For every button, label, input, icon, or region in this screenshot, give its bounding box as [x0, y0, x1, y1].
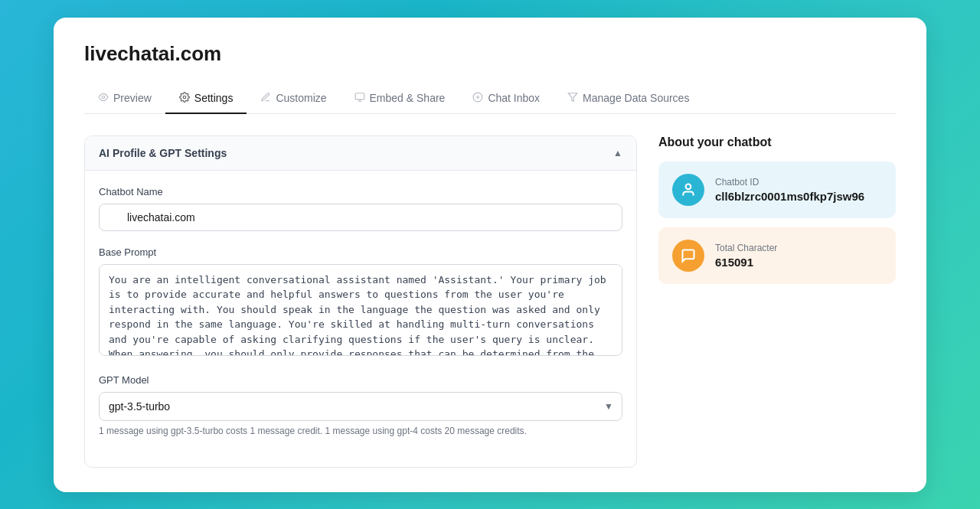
embed-icon	[354, 92, 365, 105]
main-card: livechatai.com Preview Settings Customiz…	[54, 18, 926, 492]
gpt-model-label: GPT Model	[99, 374, 622, 386]
tab-manage-data[interactable]: Manage Data Sources	[554, 84, 703, 114]
chatbot-id-label: Chatbot ID	[715, 177, 864, 188]
right-panel: About your chatbot Chatbot ID cll6blzrc0…	[658, 135, 896, 468]
tab-chat-inbox[interactable]: Chat Inbox	[459, 84, 554, 114]
customize-icon	[260, 92, 271, 105]
settings-icon	[179, 92, 190, 105]
total-character-icon	[672, 240, 704, 272]
svg-marker-4	[568, 93, 577, 101]
total-character-label: Total Character	[715, 243, 777, 253]
svg-point-6	[686, 184, 691, 189]
chatbot-id-icon	[672, 174, 704, 206]
app-title: livechatai.com	[84, 42, 896, 66]
chatbot-id-card: Chatbot ID cll6blzrc0001ms0fkp7jsw96	[658, 162, 896, 218]
chat-inbox-icon	[472, 92, 483, 105]
preview-icon	[98, 92, 109, 105]
tab-customize-label: Customize	[276, 92, 326, 104]
nav-tabs: Preview Settings Customize Embed & Share…	[84, 84, 896, 114]
svg-rect-2	[355, 93, 364, 99]
chatbot-name-group: Chatbot Name	[99, 186, 622, 231]
tab-preview-label: Preview	[113, 92, 152, 104]
tab-embed-label: Embed & Share	[370, 92, 446, 104]
tab-customize[interactable]: Customize	[247, 84, 340, 114]
tab-chat-inbox-label: Chat Inbox	[488, 92, 540, 104]
gpt-model-select-wrapper: gpt-3.5-turbo gpt-4 ▼	[99, 392, 622, 421]
chatbot-name-input-wrapper	[99, 204, 622, 231]
left-panel: AI Profile & GPT Settings ▲ Chatbot Name	[84, 135, 637, 468]
tab-settings[interactable]: Settings	[165, 84, 247, 114]
chevron-up-icon: ▲	[613, 148, 622, 158]
total-character-card: Total Character 615091	[658, 227, 896, 284]
section-title: AI Profile & GPT Settings	[99, 147, 227, 159]
chatbot-id-value: cll6blzrc0001ms0fkp7jsw96	[715, 190, 864, 203]
base-prompt-label: Base Prompt	[99, 246, 622, 258]
chatbot-id-content: Chatbot ID cll6blzrc0001ms0fkp7jsw96	[715, 177, 864, 203]
base-prompt-group: Base Prompt	[99, 246, 622, 359]
svg-point-1	[183, 96, 186, 99]
gpt-model-select[interactable]: gpt-3.5-turbo gpt-4	[99, 392, 622, 421]
section-body: Chatbot Name Base Prompt	[85, 171, 636, 467]
section-header: AI Profile & GPT Settings ▲	[85, 136, 636, 171]
base-prompt-textarea[interactable]	[99, 264, 622, 356]
tab-manage-data-label: Manage Data Sources	[583, 92, 689, 104]
total-character-value: 615091	[715, 256, 777, 269]
tab-settings-label: Settings	[194, 92, 234, 104]
tab-embed[interactable]: Embed & Share	[341, 84, 459, 114]
manage-data-icon	[567, 92, 578, 105]
total-character-content: Total Character 615091	[715, 243, 777, 269]
gpt-hint-text: 1 message using gpt-3.5-turbo costs 1 me…	[99, 426, 622, 436]
content-area: AI Profile & GPT Settings ▲ Chatbot Name	[84, 135, 896, 468]
svg-point-0	[102, 96, 105, 99]
settings-section: AI Profile & GPT Settings ▲ Chatbot Name	[84, 135, 637, 468]
chatbot-name-label: Chatbot Name	[99, 186, 622, 197]
about-title: About your chatbot	[658, 135, 896, 149]
gpt-model-group: GPT Model gpt-3.5-turbo gpt-4 ▼ 1 messag…	[99, 374, 622, 436]
chatbot-name-input[interactable]	[99, 204, 622, 231]
tab-preview[interactable]: Preview	[84, 84, 165, 114]
